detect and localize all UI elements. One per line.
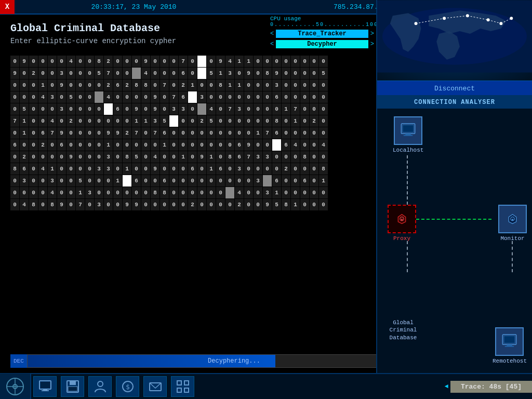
- matrix-cell: 0: [300, 79, 309, 91]
- matrix-cell: 3: [235, 163, 244, 175]
- matrix-cell: 0: [319, 91, 328, 103]
- matrix-cell: 3: [20, 175, 29, 187]
- matrix-cell: 0: [254, 115, 262, 127]
- matrix-cell: 0: [300, 103, 309, 115]
- matrix-cell: 8: [132, 79, 141, 91]
- matrix-cell: 1: [244, 56, 253, 67]
- datetime-display: 20:33:17, 23 May 2010: [20, 3, 248, 11]
- matrix-cell: 2: [310, 115, 318, 127]
- disconnect-button[interactable]: Disconnect: [377, 81, 532, 96]
- matrix-cell: 0: [85, 68, 94, 79]
- matrix-cell: 4: [207, 103, 216, 115]
- matrix-cell: 6: [300, 175, 309, 187]
- matrix-cell: 0: [123, 103, 131, 115]
- bottom-large-icon[interactable]: [0, 374, 31, 399]
- matrix-cell: 4: [141, 68, 150, 79]
- svg-rect-37: [68, 387, 77, 391]
- matrix-cell: 0: [254, 199, 262, 210]
- matrix-cell: 0: [254, 91, 262, 103]
- matrix-cell: 0: [141, 175, 150, 187]
- matrix-cell: 0: [216, 127, 225, 139]
- matrix-cell: 0: [291, 68, 300, 79]
- matrix-cell: 1: [123, 163, 131, 175]
- matrix-cell: 9: [216, 56, 225, 67]
- matrix-cell: [123, 175, 131, 187]
- trace-scroll-left[interactable]: ◄: [443, 383, 450, 390]
- bottom-icon-1[interactable]: [33, 376, 57, 397]
- svg-rect-22: [512, 219, 513, 221]
- matrix-cell: 0: [66, 79, 75, 91]
- matrix-cell: 8: [216, 79, 225, 91]
- matrix-cell: 0: [207, 127, 216, 139]
- matrix-cell: 2: [188, 199, 197, 210]
- matrix-cell: 0: [66, 139, 75, 151]
- matrix-cell: 0: [282, 175, 290, 187]
- matrix-cell: 0: [113, 187, 122, 198]
- matrix-cell: 0: [123, 68, 131, 79]
- matrix-cell: 0: [263, 163, 272, 175]
- matrix-cell: 5: [160, 115, 169, 127]
- matrix-cell: 0: [113, 139, 122, 151]
- matrix-cell: 0: [310, 56, 318, 67]
- svg-rect-14: [403, 125, 414, 132]
- matrix-cell: 0: [216, 91, 225, 103]
- svg-rect-16: [404, 135, 413, 136]
- matrix-cell: 0: [104, 115, 113, 127]
- matrix-cell: 0: [319, 56, 328, 67]
- bottom-icon-3[interactable]: [88, 376, 112, 397]
- matrix-cell: 0: [179, 199, 188, 210]
- matrix-cell: 0: [29, 91, 38, 103]
- matrix-cell: 0: [197, 139, 206, 151]
- gcdb-label-container: Global CriminalDatabase: [382, 319, 424, 341]
- matrix-cell: 8: [225, 151, 234, 163]
- localhost-to-proxy-line: [407, 155, 408, 205]
- matrix-cell: 1: [235, 79, 244, 91]
- matrix-cell: 0: [235, 127, 244, 139]
- bottom-icon-4[interactable]: $: [116, 376, 139, 397]
- matrix-cell: 0: [76, 139, 85, 151]
- matrix-cell: 0: [235, 91, 244, 103]
- matrix-cell: 3: [254, 175, 262, 187]
- matrix-cell: 0: [291, 175, 300, 187]
- matrix-cell: 0: [29, 79, 38, 91]
- matrix-cell: 0: [95, 139, 103, 151]
- matrix-cell: 4: [225, 56, 234, 67]
- matrix-cell: 0: [10, 79, 19, 91]
- matrix-cell: 0: [95, 103, 103, 115]
- close-button[interactable]: X: [0, 0, 15, 14]
- bottom-icon-2[interactable]: [61, 376, 84, 397]
- matrix-cell: 6: [272, 127, 281, 139]
- matrix-cell: 0: [160, 56, 169, 67]
- matrix-cell: 1: [132, 115, 141, 127]
- matrix-cell: [188, 91, 197, 103]
- matrix-cell: 0: [66, 68, 75, 79]
- matrix-cell: 0: [160, 68, 169, 79]
- bottom-icon-5[interactable]: [143, 376, 167, 397]
- matrix-cell: 1: [282, 103, 290, 115]
- matrix-cell: 2: [66, 115, 75, 127]
- svg-rect-42: [177, 381, 181, 385]
- db-title: Global Criminal Database: [10, 22, 366, 34]
- matrix-cell: 0: [66, 187, 75, 198]
- matrix-cell: 0: [282, 151, 290, 163]
- matrix-cell: 7: [225, 103, 234, 115]
- matrix-cell: 8: [10, 163, 19, 175]
- matrix-cell: 0: [263, 56, 272, 67]
- dec-label: DEC: [10, 354, 27, 368]
- matrix-cell: 0: [282, 127, 290, 139]
- matrix-cell: 0: [225, 199, 234, 210]
- matrix-cell: 0: [38, 56, 47, 67]
- bottom-icon-6[interactable]: [171, 376, 194, 397]
- matrix-cell: 0: [113, 163, 122, 175]
- matrix-cell: 0: [141, 127, 150, 139]
- matrix-cell: 0: [76, 91, 85, 103]
- matrix-cell: 3: [169, 103, 178, 115]
- matrix-cell: 2: [123, 127, 131, 139]
- svg-rect-19: [401, 219, 403, 221]
- matrix-cell: 0: [85, 56, 94, 67]
- matrix-cell: 4: [235, 187, 244, 198]
- matrix-cell: 0: [141, 187, 150, 198]
- matrix-cell: 0: [85, 115, 94, 127]
- matrix-cell: 0: [76, 163, 85, 175]
- matrix-cell: 0: [225, 115, 234, 127]
